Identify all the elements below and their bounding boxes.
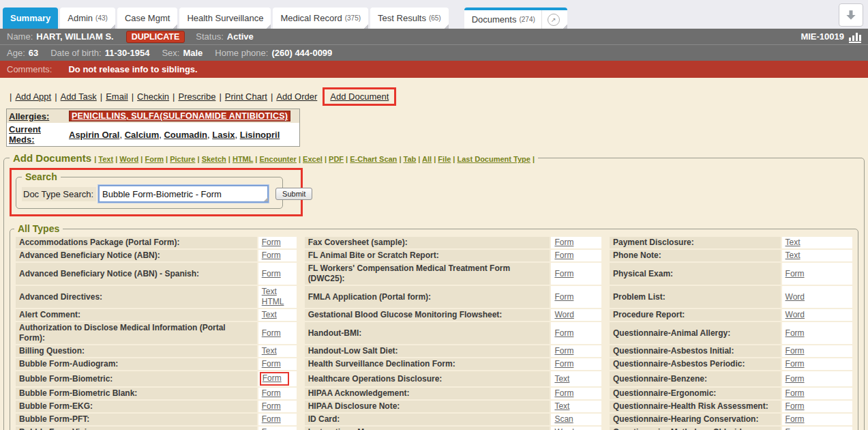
- tab-case-mgmt[interactable]: Case Mgmt: [117, 8, 177, 29]
- form-link-fl-animal-bite-or-scratch-report[interactable]: Form: [554, 250, 573, 260]
- html-link-advanced-directives[interactable]: HTML: [262, 297, 284, 306]
- text-link-payment-disclosure[interactable]: Text: [785, 238, 800, 247]
- email-link[interactable]: Email: [106, 91, 128, 102]
- form-link-bubble-form-biometric-blank[interactable]: Form: [262, 388, 281, 398]
- all-types-table: Accommodations Package (Portal Form):For…: [14, 235, 854, 430]
- doctype-link-encounter[interactable]: Encounter: [260, 155, 297, 163]
- add-order-link[interactable]: Add Order: [276, 91, 317, 102]
- med-link-calcium[interactable]: Calcium: [125, 130, 160, 140]
- column-gap: [603, 345, 608, 357]
- doctype-link-last-document-type[interactable]: Last Document Type: [458, 155, 530, 163]
- form-link-handout-bmi[interactable]: Form: [554, 328, 573, 338]
- form-link-bubble-form-biometric[interactable]: Form: [263, 373, 282, 383]
- input-resize-grip[interactable]: [264, 197, 268, 201]
- doctype-link-tab[interactable]: Tab: [404, 155, 417, 163]
- text-link-hipaa-disclosure-note[interactable]: Text: [554, 401, 569, 411]
- text-link-advanced-directives[interactable]: Text: [262, 287, 277, 296]
- tab-documents[interactable]: Documents(274)↗: [464, 8, 567, 29]
- duplicate-badge[interactable]: DUPLICATE: [126, 31, 185, 43]
- arrow-up-right-circle-icon[interactable]: ↗: [548, 14, 560, 26]
- form-link-advanced-beneficiary-notice-abn-spanish[interactable]: Form: [262, 269, 281, 278]
- form-link-questionnaire-health-risk-assessment[interactable]: Form: [785, 401, 805, 411]
- word-link-procedure-report[interactable]: Word: [785, 310, 805, 319]
- table-row: Accommodations Package (Portal Form):For…: [16, 237, 852, 248]
- tab-medical-record[interactable]: Medical Record(375): [273, 8, 368, 29]
- form-link-authorization-to-disclose-medical-information-portal-form[interactable]: Form: [262, 328, 281, 338]
- tab-health-surveillance[interactable]: Health Surveillance: [179, 8, 271, 29]
- doc-type-label: ID Card:: [305, 414, 550, 425]
- allergies-link[interactable]: Allergies:: [9, 111, 49, 121]
- dob-label: Date of birth:: [50, 48, 101, 58]
- doctype-link-picture[interactable]: Picture: [170, 155, 195, 163]
- scan-link-id-card[interactable]: Scan: [554, 414, 573, 424]
- form-link-hipaa-acknowledgement[interactable]: Form: [554, 388, 573, 398]
- word-link-instructions-mammogram[interactable]: Word: [554, 427, 573, 430]
- table-row: Authorization to Disclose Medical Inform…: [16, 322, 852, 344]
- add-appt-link[interactable]: Add Appt: [15, 91, 51, 102]
- doc-type-label: Instructions-Mammogram:: [305, 427, 550, 430]
- form-link-questionnaire-animal-allergy[interactable]: Form: [785, 328, 805, 338]
- doc-type-search-input[interactable]: [98, 185, 269, 203]
- tab-test-results[interactable]: Test Results(65): [370, 8, 449, 29]
- form-link-questionnaire-benzene[interactable]: Form: [785, 374, 805, 384]
- form-link-questionnaire-hearing-conservation[interactable]: Form: [785, 414, 805, 424]
- form-link-advanced-beneficiary-notice-abn[interactable]: Form: [262, 250, 281, 260]
- doc-type-link-cell: Form: [782, 322, 852, 344]
- form-link-questionnaire-asbestos-initial[interactable]: Form: [785, 346, 805, 356]
- doctype-link-form[interactable]: Form: [145, 155, 164, 163]
- doctype-link-word[interactable]: Word: [119, 155, 138, 163]
- doctype-link-all[interactable]: All: [422, 155, 432, 163]
- form-link-bubble-form-audiogram[interactable]: Form: [262, 359, 281, 369]
- form-link-bubble-form-vision[interactable]: Form: [262, 427, 281, 430]
- bar-chart-icon[interactable]: [849, 31, 861, 43]
- allergies-row: Allergies: PENICILLINS, SULFA(SULFONAMID…: [7, 109, 299, 123]
- text-link-healthcare-operations-disclosure[interactable]: Text: [554, 374, 569, 384]
- form-link-questionnaire-asbestos-periodic[interactable]: Form: [785, 359, 805, 369]
- form-link-questionnaire-ergonomic[interactable]: Form: [785, 388, 805, 398]
- med-link-coumadin[interactable]: Coumadin: [164, 130, 207, 140]
- form-link-handout-low-salt-diet[interactable]: Form: [554, 346, 573, 356]
- allergies-value[interactable]: PENICILLINS, SULFA(SULFONAMIDE ANTIBIOTI…: [69, 111, 290, 121]
- tab-admin[interactable]: Admin(43): [60, 8, 115, 29]
- print-chart-link[interactable]: Print Chart: [225, 91, 267, 102]
- patient-dob: 11-30-1954: [105, 48, 150, 58]
- add-task-link[interactable]: Add Task: [61, 91, 97, 102]
- doctype-link-file[interactable]: File: [438, 155, 451, 163]
- form-link-physical-exam[interactable]: Form: [785, 269, 805, 278]
- form-link-health-surveillance-declination-form[interactable]: Form: [554, 359, 573, 369]
- form-link-bubble-form-ekg[interactable]: Form: [262, 401, 281, 411]
- column-gap: [298, 371, 303, 386]
- doc-type-label: FMLA Application (Portal form):: [305, 286, 550, 308]
- form-link-accommodations-package-portal-form[interactable]: Form: [262, 238, 281, 247]
- current-meds-link[interactable]: Current Meds:: [9, 124, 41, 145]
- med-link-aspirin-oral[interactable]: Aspirin Oral: [69, 130, 119, 140]
- add-document-link[interactable]: Add Document: [330, 91, 389, 102]
- prescribe-link[interactable]: Prescribe: [178, 91, 215, 102]
- text-link-alert-comment[interactable]: Text: [262, 310, 277, 319]
- form-link-fax-coversheet-sample[interactable]: Form: [554, 238, 573, 247]
- checkin-link[interactable]: Checkin: [137, 91, 169, 102]
- doc-type-link-cell: Form: [258, 358, 297, 370]
- form-link-fl-workers-compensation-medical-treatment-form-dwc25[interactable]: Form: [554, 269, 573, 278]
- text-link-billing-question[interactable]: Text: [262, 346, 277, 356]
- doctype-link-html[interactable]: HTML: [233, 155, 253, 163]
- form-link-questionnaire-methylene-chloride[interactable]: Form: [785, 427, 805, 430]
- submit-button[interactable]: Submit: [275, 188, 312, 200]
- doctype-link-e-chart-scan[interactable]: E-Chart Scan: [350, 155, 397, 163]
- tab-summary[interactable]: Summary: [3, 8, 58, 29]
- word-link-gestational-blood-glucose-monitoring-flowsheet[interactable]: Word: [554, 310, 573, 319]
- tab-count: (43): [95, 14, 108, 22]
- med-link-lasix[interactable]: Lasix: [212, 130, 235, 140]
- column-gap: [298, 427, 303, 430]
- text-link-phone-note[interactable]: Text: [785, 250, 800, 260]
- word-link-problem-list[interactable]: Word: [785, 292, 805, 302]
- form-link-bubble-form-pft[interactable]: Form: [262, 414, 281, 424]
- doctype-link-pdf[interactable]: PDF: [329, 155, 344, 163]
- doctype-link-excel[interactable]: Excel: [303, 155, 323, 163]
- form-link-fmla-application-portal-form[interactable]: Form: [554, 292, 573, 302]
- doctype-link-sketch[interactable]: Sketch: [202, 155, 226, 163]
- med-link-lisinopril[interactable]: Lisinopril: [240, 130, 280, 140]
- column-gap: [603, 414, 608, 425]
- scroll-down-button[interactable]: [839, 3, 863, 27]
- doctype-link-text[interactable]: Text: [98, 155, 113, 163]
